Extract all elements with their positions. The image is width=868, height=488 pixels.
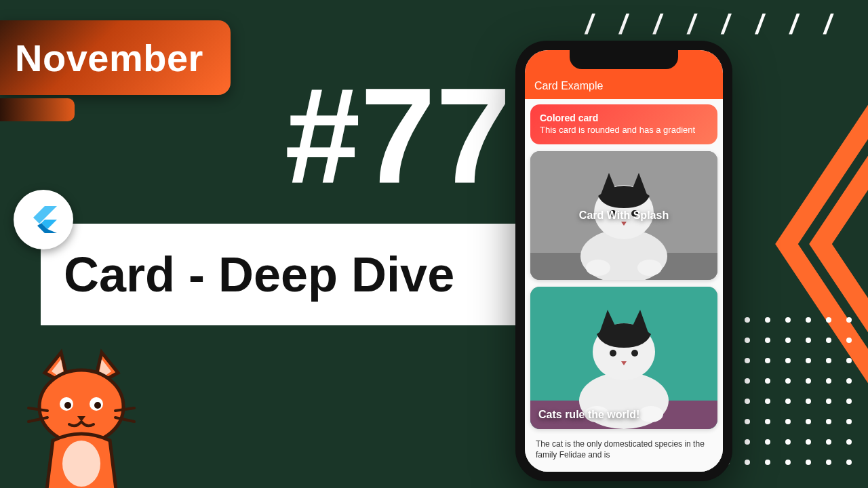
gradient-card[interactable]: Colored card This card is rounded and ha… (530, 104, 717, 144)
splash-card-label: Card With Splash (530, 151, 717, 280)
cat-photo-icon (530, 287, 717, 429)
gradient-card-title: Colored card (540, 113, 708, 123)
flutter-logo-badge (14, 190, 73, 249)
gradient-card-subtitle: This card is rounded and has a gradient (540, 125, 708, 136)
month-banner-tab (0, 98, 75, 121)
app-bar-title: Card Example (534, 80, 603, 92)
svg-point-11 (94, 402, 101, 409)
card-description: The cat is the only domesticated species… (530, 436, 717, 460)
cat-mascot-icon (14, 346, 149, 488)
phone-mockup: Card Example Colored card This card is r… (515, 41, 732, 481)
decorative-slashes: / / / / / / / / (585, 9, 841, 40)
month-label: November (15, 36, 203, 80)
month-banner: November (0, 20, 231, 95)
svg-point-33 (610, 350, 616, 357)
svg-point-34 (631, 350, 638, 357)
splash-card[interactable]: Card With Splash (530, 151, 717, 280)
svg-point-13 (62, 441, 100, 487)
title-text: Card - Deep Dive (64, 247, 454, 302)
title-card: Card - Deep Dive (41, 224, 529, 325)
phone-screen: Card Example Colored card This card is r… (525, 50, 723, 472)
hero-card-label: Cats rule the world! (538, 409, 639, 421)
svg-point-10 (64, 402, 71, 409)
app-content[interactable]: Colored card This card is rounded and ha… (525, 99, 723, 472)
svg-point-29 (639, 406, 663, 422)
episode-number: #77 (285, 68, 511, 203)
phone-notch (570, 50, 678, 69)
hero-card[interactable]: Cats rule the world! (530, 287, 717, 429)
flutter-icon (27, 203, 60, 236)
